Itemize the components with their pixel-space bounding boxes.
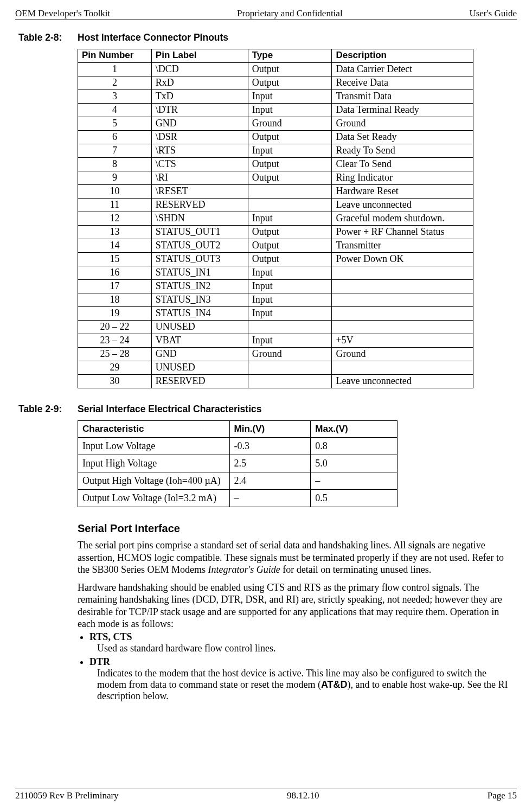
cell-pin-number: 14: [78, 239, 152, 253]
cell-type: Input: [248, 104, 332, 117]
table-2-9-title: Serial Interface Electrical Characterist…: [78, 404, 262, 415]
table-row: 13STATUS_OUT1OutputPower + RF Channel St…: [78, 226, 473, 239]
cell-description: [332, 280, 473, 293]
cell-pin-label: STATUS_IN1: [151, 266, 248, 280]
cell-pin-label: UNUSED: [151, 321, 248, 334]
cell-min: 2.5: [229, 455, 311, 472]
cell-pin-number: 18: [78, 293, 152, 307]
table-row: Input High Voltage2.55.0: [78, 455, 398, 472]
electrical-table: Characteristic Min.(V) Max.(V) Input Low…: [78, 420, 398, 507]
bullet-body-bold: AT&D: [321, 679, 348, 690]
cell-type: [248, 199, 332, 212]
cell-min: –: [229, 490, 311, 507]
cell-pin-number: 4: [78, 104, 152, 117]
table-row: 15STATUS_OUT3OutputPower Down OK: [78, 253, 473, 266]
paragraph-1: The serial port pins comprise a standard…: [78, 539, 511, 576]
cell-description: [332, 361, 473, 375]
cell-pin-number: 1: [78, 63, 152, 76]
cell-type: [248, 361, 332, 375]
cell-pin-number: 9: [78, 171, 152, 185]
cell-pin-number: 5: [78, 117, 152, 131]
cell-description: Transmitter: [332, 239, 473, 253]
cell-type: Input: [248, 144, 332, 158]
cell-pin-label: STATUS_IN4: [151, 307, 248, 321]
table-row: 4\DTRInputData Terminal Ready: [78, 104, 473, 117]
page-footer: 2110059 Rev B Preliminary 98.12.10 Page …: [15, 789, 517, 801]
table-row: 25 – 28GNDGroundGround: [78, 348, 473, 361]
cell-characteristic: Output High Voltage (Ioh=400 µA): [78, 472, 230, 490]
table-row: 20 – 22UNUSED: [78, 321, 473, 334]
col-pin-number: Pin Number: [78, 49, 152, 63]
para1-italic: Integrator's Guide: [208, 564, 280, 575]
table-2-9-caption: Table 2-9: Serial Interface Electrical C…: [15, 404, 517, 415]
cell-description: Data Terminal Ready: [332, 104, 473, 117]
cell-description: Transmit Data: [332, 90, 473, 104]
cell-pin-label: STATUS_OUT2: [151, 239, 248, 253]
cell-pin-label: UNUSED: [151, 361, 248, 375]
header-left: OEM Developer's Toolkit: [15, 8, 110, 19]
table-row: 30RESERVEDLeave unconnected: [78, 375, 473, 388]
table-row: 7\RTSInputReady To Send: [78, 144, 473, 158]
cell-type: Input: [248, 307, 332, 321]
cell-pin-number: 15: [78, 253, 152, 266]
cell-min: 2.4: [229, 472, 311, 490]
list-item: DTRIndicates to the modem that the host …: [89, 656, 511, 702]
paragraph-2: Hardware handshaking should be enabled u…: [78, 581, 511, 630]
col-min: Min.(V): [229, 421, 311, 438]
cell-pin-label: STATUS_IN2: [151, 280, 248, 293]
bullet-body: Indicates to the modem that the host dev…: [97, 668, 511, 702]
cell-description: Hardware Reset: [332, 185, 473, 199]
cell-pin-label: \DSR: [151, 131, 248, 144]
page-header: OEM Developer's Toolkit Proprietary and …: [15, 8, 517, 20]
cell-description: [332, 266, 473, 280]
cell-pin-number: 17: [78, 280, 152, 293]
table-row: Output High Voltage (Ioh=400 µA)2.4–: [78, 472, 398, 490]
table-2-8-wrap: Pin Number Pin Label Type Description 1\…: [78, 49, 517, 388]
cell-description: Power + RF Channel Status: [332, 226, 473, 239]
cell-pin-number: 19: [78, 307, 152, 321]
header-center: Proprietary and Confidential: [237, 8, 343, 19]
table-row: 2RxDOutputReceive Data: [78, 76, 473, 90]
cell-pin-label: TxD: [151, 90, 248, 104]
cell-description: Receive Data: [332, 76, 473, 90]
cell-pin-label: \DCD: [151, 63, 248, 76]
cell-pin-label: GND: [151, 348, 248, 361]
cell-type: Output: [248, 253, 332, 266]
col-max: Max.(V): [311, 421, 398, 438]
cell-type: Ground: [248, 117, 332, 131]
bullet-body: Used as standard hardware flow control l…: [97, 643, 511, 654]
cell-pin-label: VBAT: [151, 334, 248, 348]
cell-description: Data Carrier Detect: [332, 63, 473, 76]
cell-type: Output: [248, 158, 332, 171]
cell-pin-label: \SHDN: [151, 212, 248, 226]
cell-type: Output: [248, 63, 332, 76]
cell-max: 0.5: [311, 490, 398, 507]
cell-pin-label: GND: [151, 117, 248, 131]
cell-description: Ready To Send: [332, 144, 473, 158]
cell-type: Input: [248, 293, 332, 307]
table-row: 17STATUS_IN2Input: [78, 280, 473, 293]
cell-type: Input: [248, 90, 332, 104]
table-row: Output Low Voltage (Iol=3.2 mA)–0.5: [78, 490, 398, 507]
cell-pin-label: RxD: [151, 76, 248, 90]
cell-description: Data Set Ready: [332, 131, 473, 144]
cell-pin-number: 8: [78, 158, 152, 171]
cell-description: Ground: [332, 117, 473, 131]
cell-characteristic: Input Low Voltage: [78, 438, 230, 455]
cell-type: Output: [248, 131, 332, 144]
footer-left: 2110059 Rev B Preliminary: [15, 790, 119, 801]
section-body: Serial Port Interface The serial port pi…: [78, 522, 511, 702]
cell-pin-number: 10: [78, 185, 152, 199]
table-header-row: Characteristic Min.(V) Max.(V): [78, 421, 398, 438]
cell-pin-label: \RI: [151, 171, 248, 185]
table-row: 16STATUS_IN1Input: [78, 266, 473, 280]
cell-pin-label: RESERVED: [151, 375, 248, 388]
cell-pin-number: 6: [78, 131, 152, 144]
cell-description: [332, 307, 473, 321]
table-row: 3TxDInputTransmit Data: [78, 90, 473, 104]
cell-min: -0.3: [229, 438, 311, 455]
cell-pin-number: 11: [78, 199, 152, 212]
table-row: Input Low Voltage-0.30.8: [78, 438, 398, 455]
table-2-9-label: Table 2-9:: [15, 404, 78, 415]
cell-type: Input: [248, 334, 332, 348]
